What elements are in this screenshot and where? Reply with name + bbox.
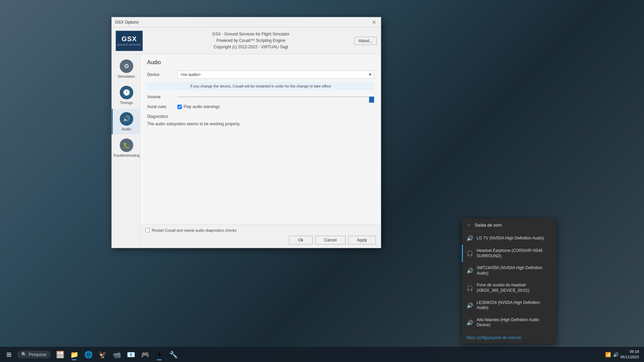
lg-tv-label: LG TV (NVIDIA High Definition Audio) (477, 236, 544, 241)
aural-cues-checkbox-wrap: Play audio warnings (177, 104, 220, 109)
diagnostics-text: The audio subsystem seems to be working … (147, 122, 374, 126)
dialog-title: GSX Options (115, 20, 139, 25)
app-title: GSX - Ground Services for Flight Simulat… (148, 31, 354, 37)
apply-button[interactable]: Apply (348, 236, 376, 244)
time-display: 09:18 (620, 349, 639, 354)
taskbar-app-browser[interactable]: 🌐 (82, 347, 95, 362)
speaker-icon-lg: 🔊 (467, 235, 473, 241)
volume-popup: ← Saída de som 🔊 LG TV (NVIDIA High Defi… (462, 218, 556, 343)
restart-couatl-checkbox[interactable] (145, 228, 150, 232)
volume-popup-title: Saída de som (475, 223, 502, 228)
aural-cues-row: Aural cues Play audio warnings (147, 104, 374, 109)
search-icon: 🔍 (21, 352, 27, 357)
volume-popup-item-le26[interactable]: 🔊 LE26W154 (NVIDIA High Definition Audio… (462, 297, 556, 314)
play-audio-warnings-label: Play audio warnings (184, 104, 220, 109)
gsx-logo-text: GSX (121, 35, 137, 43)
taskbar-app-file-explorer[interactable]: 📁 (67, 347, 81, 362)
taskbar-app-1[interactable]: 🦅 (96, 347, 109, 362)
volume-settings-link[interactable]: Mais configurações de volume (467, 335, 521, 340)
gsx-logo-sub: ground services (117, 43, 141, 46)
sidebar-label-troubleshooting: Troubleshooting (113, 153, 139, 157)
start-button[interactable]: ⊞ (2, 347, 16, 362)
volume-track (177, 97, 374, 97)
headset-icon-fone: 🎧 (467, 285, 473, 291)
content-area: Audio Device <no audio> ▼ If you change … (140, 54, 381, 224)
network-icon[interactable]: 📶 (605, 352, 611, 357)
device-select-wrap: <no audio> ▼ (177, 71, 374, 79)
taskbar-app-4[interactable]: 🎮 (138, 347, 152, 362)
sidebar-item-simulation[interactable]: ⚙ Simulation (112, 56, 140, 82)
bottom-area: Restart Couatl and repeat audio diagnost… (140, 224, 381, 248)
volume-popup-item-smt[interactable]: 🔊 SMT24A550 (NVIDIA High Definition Audi… (462, 262, 556, 279)
volume-slider-wrap (177, 94, 374, 100)
volume-row: Volume (147, 94, 374, 100)
volume-fill (369, 97, 374, 103)
taskbar: ⊞ 🔍 Pesquisar 🪟 📁 🌐 🦅 📹 📧 🎮 ✈ (0, 347, 644, 362)
gsx-info: GSX - Ground Services for Flight Simulat… (148, 31, 354, 51)
alto-label: Alto-falantes (High Definition Audio Dev… (477, 317, 552, 328)
speaker-icon-alto: 🔊 (467, 319, 473, 326)
sidebar-item-troubleshooting[interactable]: 🐛 Troubleshooting (112, 135, 140, 161)
gsx-logo: GSX ground services (116, 31, 143, 51)
volume-popup-back-icon[interactable]: ← (467, 222, 472, 228)
restart-check-row: Restart Couatl and repeat audio diagnost… (145, 228, 376, 232)
about-button[interactable]: About... (354, 37, 377, 45)
taskbar-clock[interactable]: 09:18 06/11/2023 (620, 349, 639, 360)
sidebar-item-audio[interactable]: 🔊 Audio (112, 109, 140, 134)
headset-label: Headset Earphone (CORSAIR HS45 SURROUND) (477, 248, 552, 259)
restart-couatl-label: Restart Couatl and repeat audio diagnost… (152, 228, 236, 232)
dialog-body: ⚙ Simulation 🕐 Timings 🔊 Audio 🐛 Trouble… (112, 54, 381, 248)
audio-icon: 🔊 (120, 112, 133, 126)
device-row: Device <no audio> ▼ (147, 71, 374, 79)
volume-popup-item-fone[interactable]: 🎧 Fone de ouvido do headset(XBOX_360_DEV… (462, 279, 556, 296)
buttons-row: Ok Cancel Apply (145, 236, 376, 244)
smt-label: SMT24A550 (NVIDIA High Definition Audio) (477, 265, 552, 276)
speaker-icon-le26: 🔊 (467, 302, 473, 309)
date-display: 06/11/2023 (620, 355, 639, 360)
taskbar-app-2[interactable]: 📹 (110, 347, 123, 362)
main-content: Audio Device <no audio> ▼ If you change … (140, 54, 381, 248)
flight-app-indicator (157, 359, 162, 360)
taskbar-app-6[interactable]: 🔧 (167, 347, 180, 362)
app-active-indicator (72, 359, 77, 360)
search-text: Pesquisar (29, 352, 47, 357)
simulation-icon: ⚙ (120, 59, 133, 73)
sidebar: ⚙ Simulation 🕐 Timings 🔊 Audio 🐛 Trouble… (112, 54, 140, 248)
volume-icon[interactable]: 🔊 (613, 352, 619, 357)
volume-popup-item-alto[interactable]: 🔊 Alto-falantes (High Definition Audio D… (462, 314, 556, 331)
volume-popup-item-lg-tv[interactable]: 🔊 LG TV (NVIDIA High Definition Audio) (462, 232, 556, 245)
speaker-icon-smt: 🔊 (467, 267, 473, 274)
taskbar-app-windows[interactable]: 🪟 (53, 347, 67, 362)
volume-popup-header: ← Saída de som (462, 218, 556, 232)
dialog-titlebar: GSX Options ✕ (112, 17, 381, 27)
aural-cues-label: Aural cues (147, 104, 174, 109)
timings-icon: 🕐 (120, 86, 133, 99)
volume-popup-footer[interactable]: Mais configurações de volume (462, 331, 556, 343)
sidebar-label-simulation: Simulation (118, 74, 135, 78)
ok-button[interactable]: Ok (289, 236, 313, 244)
gsx-options-dialog: GSX Options ✕ GSX ground services GSX - … (111, 17, 381, 248)
diagnostics-label: Diagnostics (147, 114, 374, 119)
taskbar-apps: 🪟 📁 🌐 🦅 📹 📧 🎮 ✈ 🔧 (53, 347, 180, 362)
powered-by: Powered by Couatl™ Scripting Engine (148, 37, 354, 44)
fone-label: Fone de ouvido do headset(XBOX_360_DEVIC… (477, 283, 529, 293)
sidebar-label-timings: Timings (120, 101, 133, 105)
dialog-header: GSX ground services GSX - Ground Service… (112, 27, 381, 54)
device-label: Device (147, 72, 174, 77)
taskbar-right: 📶 🔊 09:18 06/11/2023 (605, 349, 642, 360)
headset-icon: 🎧 (467, 250, 473, 257)
cancel-button[interactable]: Cancel (315, 236, 345, 244)
le26-label: LE26W154 (NVIDIA High Definition Audio) (477, 300, 552, 311)
play-audio-warnings-checkbox[interactable] (177, 105, 182, 109)
taskbar-app-3[interactable]: 📧 (124, 347, 138, 362)
volume-label: Volume (147, 95, 174, 99)
device-select[interactable]: <no audio> (177, 71, 374, 79)
taskbar-search[interactable]: 🔍 Pesquisar (17, 351, 51, 358)
close-button[interactable]: ✕ (371, 19, 377, 26)
copyright: Copyright (c) 2012-2022 - VIRTUALi Sagl (148, 44, 354, 50)
info-banner: If you change the device, Couatl will be… (147, 82, 374, 90)
sidebar-label-audio: Audio (121, 127, 131, 131)
volume-popup-item-headset[interactable]: 🎧 Headset Earphone (CORSAIR HS45 SURROUN… (462, 245, 556, 262)
sidebar-item-timings[interactable]: 🕐 Timings (112, 82, 140, 108)
taskbar-app-5[interactable]: ✈ (152, 347, 166, 362)
